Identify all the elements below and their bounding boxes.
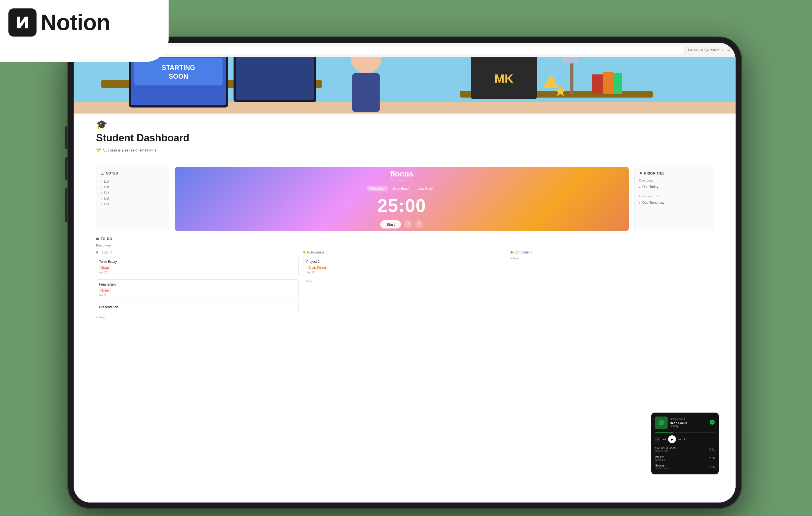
inprogress-count: 1 xyxy=(326,251,328,254)
tablet-frame: ‹ › Student Dashboard Edited 22h ago Sha… xyxy=(67,36,742,509)
repeat-icon[interactable]: ↻ xyxy=(684,437,687,441)
complete-status-dot xyxy=(511,251,513,254)
svg-rect-19 xyxy=(603,71,613,94)
kanban-card[interactable]: Term Essay Essay Apr 25 xyxy=(96,257,299,277)
timer-settings-button[interactable]: ⚙ xyxy=(415,220,424,229)
list-item[interactable]: List xyxy=(101,196,164,201)
card-date: Apr 9 xyxy=(99,294,296,297)
spotify-widget: Deep Focus Deep Focus Spotify ⇌ ⏮ ▶ ⏭ ↻ xyxy=(651,412,719,475)
page-header: 🎓 Student Dashboard 💛 Success is a serie… xyxy=(74,114,735,161)
song-artist: Stellan Nors xyxy=(655,467,669,470)
kanban-card[interactable]: Final exam Exam Apr 9 xyxy=(96,279,299,300)
timer-controls: Start ↺ ⚙ xyxy=(380,220,424,229)
svg-rect-12 xyxy=(352,74,380,112)
add-complete-button[interactable]: New xyxy=(511,257,713,260)
spotify-song-row[interactable]: Solatium Stellan Nors 2:06 xyxy=(655,463,715,470)
quote-bar: 💛 Success is a series of small wins xyxy=(96,148,713,152)
power-button xyxy=(65,188,67,222)
song-title: Solatium xyxy=(655,464,669,467)
kanban-card[interactable]: Presentation xyxy=(96,302,299,313)
card-date: Apr 23 xyxy=(306,271,503,274)
spotify-song-row[interactable]: Apriciy Snob Etc. 2:38 xyxy=(655,455,715,462)
spotify-playlist-header: Deep Focus xyxy=(670,418,707,421)
kanban-board: To-do 3 Term Essay Essay Apr 25 Final ex… xyxy=(96,250,713,319)
col-name-todo: To-do xyxy=(100,250,109,254)
list-item[interactable]: List xyxy=(101,179,164,184)
notes-label: NOTES xyxy=(106,171,118,175)
list-item[interactable]: List xyxy=(101,190,164,196)
inprogress-status-dot xyxy=(303,251,306,254)
timer-tabs: Pomodoro Short Break Long Break xyxy=(367,186,437,192)
tab-short-break[interactable]: Short Break xyxy=(389,186,412,192)
svg-rect-16 xyxy=(570,63,574,94)
col-name-inprogress: In Progress xyxy=(307,250,324,254)
svg-rect-6 xyxy=(134,58,223,85)
song-duration: 2:06 xyxy=(709,465,715,468)
todo-section: ⊞ TO-DO Board view To-do 3 xyxy=(96,237,713,319)
due-tomorrow-item[interactable]: ▸ Due Tomorrow xyxy=(639,200,708,206)
timer-reset-button[interactable]: ↺ xyxy=(404,220,412,229)
share-button[interactable]: Share xyxy=(711,48,719,52)
kanban-column-complete: Complete 0 New xyxy=(511,250,713,319)
flocus-subtitle: BY NAVIOTTI xyxy=(391,179,412,182)
divider xyxy=(96,161,713,161)
priorities-icon: ❖ xyxy=(639,171,643,175)
card-title: Final exam xyxy=(99,283,296,286)
song-duration: 2:31 xyxy=(709,448,715,451)
next-button[interactable]: ⏭ xyxy=(678,437,682,441)
due-today-item[interactable]: ▸ Due Today xyxy=(639,184,708,190)
svg-point-25 xyxy=(710,420,715,425)
main-grid: ☰ NOTES List List List List List flocus … xyxy=(74,167,735,330)
volume-button-2 xyxy=(65,157,67,180)
song-title: Apriciy xyxy=(655,455,666,458)
svg-rect-20 xyxy=(613,74,622,94)
tab-pomodoro[interactable]: Pomodoro xyxy=(367,186,388,192)
page-title: Student Dashboard xyxy=(96,132,713,144)
notes-header: ☰ NOTES xyxy=(101,171,164,175)
prev-button[interactable]: ⏮ xyxy=(663,437,666,441)
kanban-card[interactable]: Project 1 Group Project Apr 23 xyxy=(303,257,506,277)
todo-count: 3 xyxy=(110,251,112,254)
spotify-header: Deep Focus Deep Focus Spotify xyxy=(655,417,715,429)
arrow-icon: ▸ xyxy=(639,185,641,189)
spotify-controls: ⇌ ⏮ ▶ ⏭ ↻ xyxy=(655,435,715,443)
spotify-song-row[interactable]: So Far So Good Son Of Noa 2:31 xyxy=(655,446,715,453)
tab-long-break[interactable]: Long Break xyxy=(414,186,437,192)
svg-rect-18 xyxy=(592,75,603,94)
add-todo-button[interactable]: New xyxy=(96,316,299,319)
list-item[interactable]: List xyxy=(101,201,164,207)
play-button[interactable]: ▶ xyxy=(668,435,676,443)
song-artist: Son Of Noa xyxy=(655,450,675,453)
add-inprogress-button[interactable]: New xyxy=(303,279,506,283)
quote-emoji: 💛 xyxy=(96,148,101,152)
list-item[interactable]: List xyxy=(101,184,164,190)
song-info: Apriciy Snob Etc. xyxy=(655,455,666,461)
view-toggle[interactable]: Board view xyxy=(96,243,713,247)
shuffle-icon[interactable]: ⇌ xyxy=(655,437,660,441)
svg-text:MK: MK xyxy=(494,71,513,85)
svg-marker-17 xyxy=(562,57,579,63)
page-icon: 🎓 xyxy=(96,119,713,130)
timer-start-button[interactable]: Start xyxy=(380,220,401,229)
col-header-complete: Complete 0 xyxy=(511,250,713,254)
todo-status-dot xyxy=(96,251,98,254)
card-title: Presentation xyxy=(99,305,296,309)
complete-count: 0 xyxy=(530,251,532,254)
spotify-playlist: So Far So Good Son Of Noa 2:31 Apriciy S… xyxy=(655,446,715,470)
quote-text: Success is a series of small wins xyxy=(103,148,156,152)
url-bar[interactable]: Student Dashboard xyxy=(115,46,685,54)
star-icon[interactable]: ☆ xyxy=(722,48,724,52)
notes-icon: ☰ xyxy=(101,171,104,175)
spotify-progress-bar[interactable] xyxy=(655,432,715,432)
edited-text: Edited 22h ago xyxy=(688,48,709,52)
card-tag: Essay xyxy=(99,266,111,270)
spotify-track-info: Deep Focus Deep Focus Spotify xyxy=(670,418,707,428)
card-tag: Exam xyxy=(99,288,111,293)
spotify-track-name: Deep Focus xyxy=(670,421,707,425)
flocus-logo: flocus xyxy=(390,169,413,178)
todo-label: TO-DO xyxy=(101,237,112,241)
desk-scene-illustration: STARTING SOON MK xyxy=(74,57,735,114)
more-icon[interactable]: ••• xyxy=(727,48,730,52)
svg-point-24 xyxy=(659,420,664,426)
card-date: Apr 25 xyxy=(99,271,296,274)
